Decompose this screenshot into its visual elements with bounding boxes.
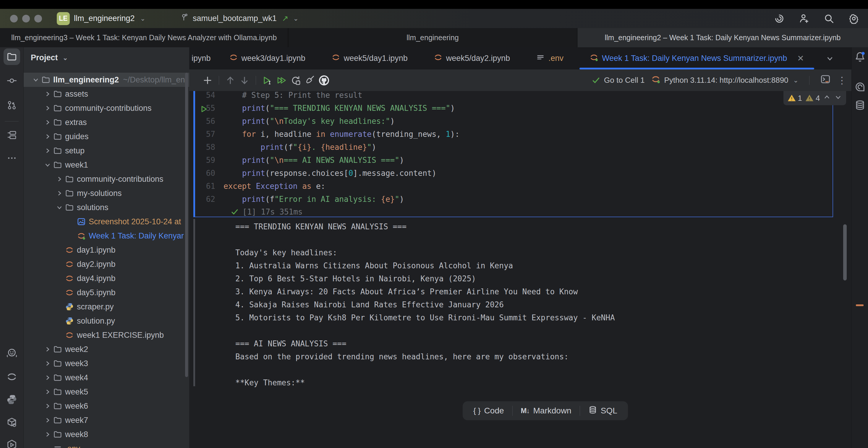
vcs-branch-widget[interactable]: samuel_bootcamp_wk1 ↗ ⌄ [180, 13, 299, 24]
prev-problem-button[interactable] [823, 93, 831, 103]
chevron-right-icon[interactable] [43, 374, 52, 382]
move-cell-up-button[interactable] [223, 73, 238, 88]
tree-item-screenshot-2025-10-24-at[interactable]: Screenshot 2025-10-24 at [24, 215, 189, 229]
chevron-down-icon[interactable] [55, 203, 64, 211]
run-cell-select-below-button[interactable] [260, 73, 274, 88]
tree-item-week1[interactable]: week1 [24, 158, 189, 172]
window-tab-2[interactable]: llm_engineering [288, 28, 578, 47]
tree-item--env[interactable]: .env [24, 442, 189, 448]
zoom-window-button[interactable] [34, 15, 42, 23]
code-line-61[interactable]: 61except Exception as e: [195, 180, 833, 193]
tree-item-solution-py[interactable]: solution.py [24, 314, 189, 328]
python-packages-tool-button[interactable] [4, 391, 20, 408]
pull-requests-tool-button[interactable] [4, 97, 20, 114]
editor-tab-week5-day2[interactable]: week5/day2.ipynb [421, 47, 523, 69]
editor-tab-week3-day1[interactable]: week3/day1.ipynb [216, 47, 318, 69]
chevron-right-icon[interactable] [43, 119, 52, 126]
code-line-60[interactable]: 60 print(response.choices[0].message.con… [195, 167, 833, 180]
tree-item-week3[interactable]: week3 [24, 356, 189, 371]
scrollbar-warning-mark[interactable] [856, 305, 864, 306]
structure-tool-button[interactable] [4, 127, 20, 143]
tree-item-guides[interactable]: guides [24, 129, 189, 143]
add-markdown-cell-button[interactable]: M↓ Markdown [513, 401, 580, 420]
tree-item-assets[interactable]: assets [24, 87, 189, 101]
kebab-menu-icon[interactable]: ⋮ [837, 75, 847, 86]
chevron-right-icon[interactable] [43, 388, 52, 396]
chevron-right-icon[interactable] [43, 360, 52, 367]
chevron-right-icon[interactable] [43, 104, 52, 112]
chevron-right-icon[interactable] [43, 416, 52, 424]
tree-item-week-1-task-daily-kenyar[interactable]: Week 1 Task: Daily Kenyar [24, 229, 189, 243]
chevron-right-icon[interactable] [43, 90, 52, 98]
project-scrollbar[interactable] [185, 73, 188, 377]
search-icon[interactable] [824, 13, 834, 24]
add-sql-cell-button[interactable]: SQL [580, 401, 626, 420]
move-cell-down-button[interactable] [238, 73, 252, 88]
ai-assistant-icon[interactable] [774, 13, 785, 24]
project-switcher[interactable]: LE llm_engineering2 ⌄ [57, 12, 146, 25]
tree-item-setup[interactable]: setup [24, 143, 189, 158]
github-icon[interactable] [317, 73, 331, 88]
inspections-widget[interactable]: 1 4 [783, 91, 846, 105]
next-problem-button[interactable] [834, 93, 842, 103]
commit-tool-button[interactable] [4, 72, 20, 89]
chevron-right-icon[interactable] [43, 430, 52, 438]
chevron-right-icon[interactable] [43, 402, 52, 410]
tree-item-week4[interactable]: week4 [24, 371, 189, 385]
tree-item-llm-engineering2[interactable]: llm_engineering2~/Desktop/llm_en [24, 73, 189, 87]
clear-outputs-button[interactable] [303, 73, 317, 88]
code-line-57[interactable]: 57 for i, headline in enumerate(trending… [195, 128, 833, 141]
tree-item-week5[interactable]: week5 [24, 385, 189, 399]
chevron-right-icon[interactable] [55, 175, 64, 183]
tree-item-day5-ipynb[interactable]: day5.ipynb [24, 285, 189, 300]
output-scrollbar[interactable] [843, 224, 847, 281]
tab-list-dropdown[interactable] [826, 47, 834, 69]
close-window-button[interactable] [10, 15, 18, 23]
minimize-window-button[interactable] [22, 15, 30, 23]
add-cell-button[interactable] [200, 73, 215, 88]
code-line-62[interactable]: 62 print(f"Error in AI analysis: {e}") [195, 193, 833, 206]
database-panel-icon[interactable] [853, 98, 867, 112]
services-tool-button[interactable] [4, 437, 20, 448]
code-cell[interactable]: 54 # Step 5: Print the result55 print("=… [193, 91, 833, 217]
code-line-59[interactable]: 59 print("\n=== AI NEWS ANALYSIS ===") [195, 154, 833, 167]
chevron-down-icon[interactable] [31, 76, 40, 84]
more-tool-windows-button[interactable] [4, 150, 20, 166]
hugging-face-tool-button[interactable] [4, 345, 20, 361]
jupyter-console-button[interactable] [820, 74, 831, 87]
go-to-cell-button[interactable]: Go to Cell 1 [592, 76, 645, 85]
run-all-cells-button[interactable] [274, 73, 288, 88]
tree-item-day1-ipynb[interactable]: day1.ipynb [24, 243, 189, 257]
warning-strong[interactable]: 1 [787, 94, 802, 103]
chevron-down-icon[interactable] [43, 161, 52, 169]
tree-item-week7[interactable]: week7 [24, 413, 189, 427]
window-tab-1[interactable]: llm_engineering3 – Week 1 Task: Kenyan D… [0, 28, 288, 47]
tree-item-solutions[interactable]: solutions [24, 200, 189, 215]
tree-item-community-contributions[interactable]: community-contributions [24, 101, 189, 115]
package-tool-button[interactable] [4, 414, 20, 431]
tree-item-day2-ipynb[interactable]: day2.ipynb [24, 257, 189, 271]
kernel-selector[interactable]: Python 3.11.14: http://localhost:8890 ⌄ [651, 74, 799, 86]
notifications-bell-icon[interactable] [853, 50, 867, 64]
tree-item-week1-exercise-ipynb[interactable]: week1 EXERCISE.ipynb [24, 328, 189, 342]
tree-item-day4-ipynb[interactable]: day4.ipynb [24, 271, 189, 285]
tree-item-week8[interactable]: week8 [24, 427, 189, 442]
jupyter-tool-button[interactable] [4, 369, 20, 385]
add-user-icon[interactable] [799, 13, 809, 24]
project-tool-button[interactable] [4, 49, 20, 65]
tree-item-extras[interactable]: extras [24, 115, 189, 129]
window-controls[interactable] [10, 15, 42, 23]
editor-tab-active-summarizer[interactable]: Week 1 Task: Daily Kenyan News Summarize… [577, 47, 817, 69]
chevron-right-icon[interactable] [43, 147, 52, 155]
ai-assistant-panel-icon[interactable] [853, 80, 867, 94]
editor-tab-clipped[interactable]: ipynb [189, 47, 216, 69]
chevron-right-icon[interactable] [43, 346, 52, 353]
close-icon[interactable]: ✕ [797, 54, 804, 63]
chevron-right-icon[interactable] [55, 189, 64, 197]
tree-item-scraper-py[interactable]: scraper.py [24, 300, 189, 314]
add-code-cell-button[interactable]: { } Code [465, 401, 513, 420]
gear-icon[interactable] [848, 13, 859, 24]
code-editor[interactable]: 54 # Step 5: Print the result55 print("=… [195, 91, 833, 206]
tree-item-week2[interactable]: week2 [24, 342, 189, 356]
warning-weak[interactable]: 4 [805, 94, 820, 103]
